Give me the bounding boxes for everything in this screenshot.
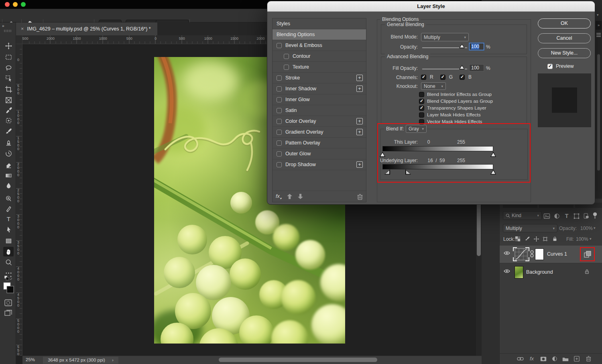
advanced-option-checkbox[interactable] xyxy=(419,99,424,104)
preview-checkbox[interactable] xyxy=(547,64,553,69)
style-checkbox[interactable] xyxy=(277,119,282,124)
filter-type-layers-icon[interactable]: T xyxy=(563,212,570,220)
style-item-inner-shadow[interactable]: Inner Shadow+ xyxy=(273,83,366,94)
clone-stamp-tool[interactable] xyxy=(3,138,14,147)
filter-pixel-layers-icon[interactable] xyxy=(543,212,550,220)
minimize-window-button[interactable] xyxy=(13,2,18,7)
advanced-option-checkbox[interactable] xyxy=(419,92,424,97)
add-instance-button[interactable]: + xyxy=(356,161,363,168)
vertical-ruler[interactable]: 0500100015002000250030003500400045005000… xyxy=(16,44,22,356)
layer-row-background[interactable]: Background xyxy=(500,263,602,281)
lock-transparency-icon[interactable] xyxy=(514,235,521,242)
panel-menu-icon[interactable] xyxy=(596,33,601,37)
toolbar-drag-handle[interactable] xyxy=(4,30,12,32)
zoom-level[interactable]: 25% xyxy=(26,357,35,362)
style-item-blending-options[interactable]: Blending Options xyxy=(273,29,366,40)
style-item-styles[interactable]: Styles xyxy=(273,18,366,29)
style-item-pattern-overlay[interactable]: Pattern Overlay xyxy=(273,138,366,148)
layer-name[interactable]: Background xyxy=(526,269,553,275)
lock-artboard-icon[interactable] xyxy=(541,235,549,242)
visibility-eye-icon[interactable] xyxy=(504,251,510,255)
style-checkbox[interactable] xyxy=(284,54,289,59)
filter-toggle-icon[interactable] xyxy=(591,212,598,219)
spot-healing-brush-tool[interactable] xyxy=(3,116,14,125)
pen-tool[interactable] xyxy=(3,204,14,214)
style-checkbox[interactable] xyxy=(277,43,282,48)
move-effect-up-button[interactable] xyxy=(287,194,292,199)
add-instance-button[interactable]: + xyxy=(356,85,363,92)
advanced-option-checkbox[interactable] xyxy=(419,112,424,118)
toolbar-collapse-icon[interactable]: » xyxy=(2,24,5,28)
eraser-tool[interactable] xyxy=(3,160,14,169)
add-instance-button[interactable]: + xyxy=(356,75,363,81)
chevron-down-icon[interactable]: ▾ xyxy=(597,13,599,17)
add-instance-button[interactable]: + xyxy=(356,129,363,135)
hand-tool[interactable] xyxy=(3,247,14,256)
move-tool[interactable] xyxy=(3,41,14,51)
style-item-color-overlay[interactable]: Color Overlay+ xyxy=(273,116,366,127)
delete-effect-icon[interactable] xyxy=(357,193,363,200)
blend-mode-select[interactable]: Multiply▾ xyxy=(421,33,469,41)
style-checkbox[interactable] xyxy=(277,75,282,81)
frame-tool[interactable] xyxy=(3,95,14,105)
filter-adjustment-layers-icon[interactable] xyxy=(553,212,560,220)
mask-link-icon[interactable] xyxy=(530,250,534,258)
add-mask-icon[interactable] xyxy=(540,355,547,362)
new-group-icon[interactable] xyxy=(562,355,569,362)
foreground-background-colors[interactable] xyxy=(3,282,14,294)
style-checkbox[interactable] xyxy=(277,130,282,135)
document-info[interactable]: 3648 px x 5472 px (300 ppi) › xyxy=(43,357,118,364)
style-item-outer-glow[interactable]: Outer Glow xyxy=(273,148,366,159)
lasso-tool[interactable] xyxy=(3,63,14,73)
eyedropper-tool[interactable] xyxy=(3,106,14,115)
dodge-tool[interactable] xyxy=(3,194,14,203)
filter-shape-layers-icon[interactable] xyxy=(573,212,580,220)
opacity-field[interactable]: 100 xyxy=(469,43,484,50)
object-selection-tool[interactable] xyxy=(3,73,14,83)
channel-b-checkbox[interactable] xyxy=(460,75,465,80)
link-layers-icon[interactable] xyxy=(517,355,524,362)
crop-tool[interactable] xyxy=(3,84,14,94)
close-window-button[interactable] xyxy=(5,2,10,7)
fill-value[interactable]: 100% xyxy=(576,236,588,242)
expand-panels-icon[interactable]: » xyxy=(596,21,602,30)
style-checkbox[interactable] xyxy=(277,162,282,167)
screen-mode-icon[interactable] xyxy=(4,310,12,317)
style-item-contour[interactable]: Contour xyxy=(273,51,366,62)
lock-position-icon[interactable] xyxy=(533,235,540,242)
ok-button[interactable]: OK xyxy=(538,18,591,28)
new-style-button[interactable]: New Style... xyxy=(538,48,591,58)
horizontal-scrollbar-thumb[interactable] xyxy=(219,358,377,362)
history-brush-tool[interactable] xyxy=(3,148,14,158)
layer-name[interactable]: Curves 1 xyxy=(547,251,567,257)
cancel-button[interactable]: Cancel xyxy=(538,33,591,43)
layer-opacity-value[interactable]: 100% xyxy=(580,226,593,231)
style-checkbox[interactable] xyxy=(277,97,282,102)
style-item-stroke[interactable]: Stroke+ xyxy=(273,73,366,83)
style-checkbox[interactable] xyxy=(277,151,282,157)
style-checkbox[interactable] xyxy=(277,86,282,92)
quick-mask-icon[interactable] xyxy=(4,299,12,306)
delete-layer-icon[interactable] xyxy=(585,355,592,362)
document-tab[interactable]: ×IMG_4629 – multiply.psd @ 25% (Curves 1… xyxy=(16,22,157,35)
ruler-corner[interactable] xyxy=(16,35,22,44)
style-item-gradient-overlay[interactable]: Gradient Overlay+ xyxy=(273,127,366,138)
add-instance-button[interactable]: + xyxy=(356,118,363,124)
dock-scrollbar-thumb[interactable] xyxy=(597,54,600,171)
channel-r-checkbox[interactable] xyxy=(421,75,426,80)
layer-blend-mode-select[interactable]: Multiply▾ xyxy=(503,224,557,232)
zoom-window-button[interactable] xyxy=(21,2,26,7)
knockout-select[interactable]: None▾ xyxy=(421,82,446,90)
rectangular-marquee-tool[interactable] xyxy=(3,52,14,62)
brush-tool[interactable] xyxy=(3,126,14,136)
move-effect-down-button[interactable] xyxy=(298,194,303,199)
new-layer-icon[interactable] xyxy=(573,355,580,362)
lock-pixels-icon[interactable] xyxy=(524,235,531,242)
layer-filter-search[interactable]: Kind▾ xyxy=(503,211,542,220)
type-tool[interactable]: T xyxy=(3,214,14,224)
layer-effects-icon[interactable]: fx xyxy=(528,355,535,362)
add-effect-fx-button[interactable]: fx▾ xyxy=(276,193,281,200)
fill-opacity-field[interactable]: 100 xyxy=(469,64,484,71)
blur-tool[interactable] xyxy=(3,181,14,190)
background-layer-thumbnail[interactable] xyxy=(515,266,523,279)
